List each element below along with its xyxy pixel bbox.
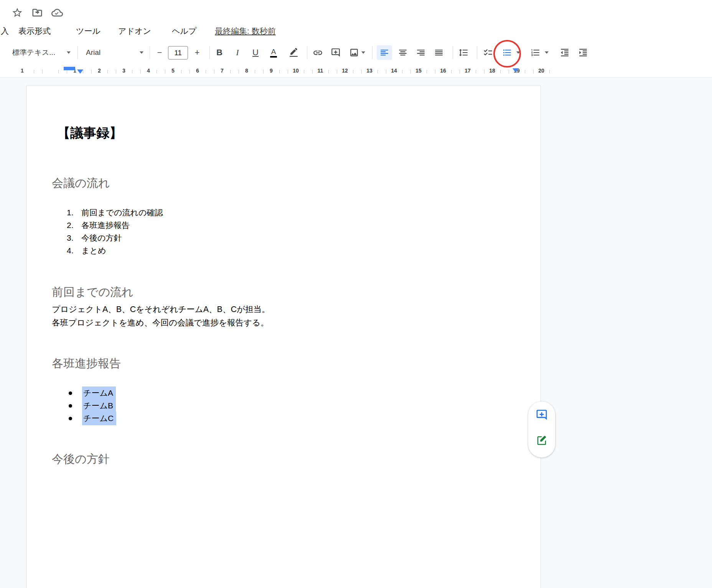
font-size-value: 11: [174, 49, 182, 57]
ruler-number: 14: [391, 68, 397, 74]
checklist-button[interactable]: [480, 45, 496, 60]
ruler-tick: [107, 70, 108, 73]
ruler-number: 9: [270, 68, 273, 74]
document-page[interactable]: 【議事録】 会議の流れ 1.前回までの流れの確認 2.各班進捗報告 3.今後の方…: [26, 86, 541, 588]
checklist-icon: [483, 48, 493, 58]
ruler-tick: [190, 70, 190, 73]
list-marker: 3.: [67, 233, 78, 243]
numbered-list-options-caret[interactable]: [545, 51, 549, 54]
align-right-button[interactable]: [413, 45, 429, 60]
menu-format[interactable]: 表示形式: [18, 26, 51, 36]
insert-link-button[interactable]: [310, 45, 325, 60]
text-color-button[interactable]: A: [266, 45, 281, 60]
suggest-edits-fab-button[interactable]: [533, 432, 550, 449]
ruler-tick: [533, 70, 534, 73]
ruler-tick: [288, 70, 288, 73]
ruler-tick: [239, 70, 239, 73]
paragraph-style-dropdown[interactable]: 標準テキス...: [8, 45, 74, 60]
left-indent-marker[interactable]: [77, 69, 83, 74]
ruler-tick: [410, 70, 411, 73]
increase-font-size-button[interactable]: +: [190, 45, 205, 60]
bold-button[interactable]: B: [212, 45, 227, 60]
font-size-input[interactable]: 11: [168, 46, 188, 59]
cloud-status-icon[interactable]: [51, 6, 64, 19]
add-comment-icon: [331, 48, 341, 58]
menu-help[interactable]: ヘルプ: [172, 26, 196, 36]
toolbar: 標準テキス... Arial − 11 + B I U A: [0, 40, 712, 65]
move-folder-icon[interactable]: [31, 6, 44, 19]
italic-button[interactable]: I: [230, 45, 245, 60]
ruler-tick: [116, 70, 116, 73]
increase-indent-button[interactable]: [575, 45, 591, 60]
chevron-down-icon: [140, 51, 143, 54]
ruler-tick: [377, 70, 378, 73]
star-icon[interactable]: [11, 6, 24, 19]
decrease-font-size-button[interactable]: −: [152, 45, 167, 60]
ruler-tick: [337, 70, 337, 73]
list-marker: 4.: [67, 246, 78, 255]
toolbar-divider: [209, 46, 210, 59]
toolbar-divider: [372, 46, 372, 59]
ruler[interactable]: 1 1234567891011121314151617181920: [0, 65, 712, 78]
ruler-tick: [386, 70, 386, 73]
paragraph-line: 各班プロジェクトを進め、今回の会議で進捗を報告する。: [52, 316, 269, 330]
line-spacing-button[interactable]: [456, 45, 471, 60]
bulleted-list-item: チームB: [69, 399, 116, 413]
selected-text: チームC: [82, 412, 116, 425]
menu-insert-partial[interactable]: 入: [1, 26, 9, 36]
list-text: まとめ: [81, 246, 106, 255]
decrease-indent-icon: [560, 48, 570, 58]
ruler-tick: [361, 70, 362, 73]
font-family-dropdown[interactable]: Arial: [82, 45, 147, 60]
add-comment-button[interactable]: [328, 45, 343, 60]
align-center-icon: [398, 48, 408, 58]
align-justify-button[interactable]: [431, 45, 447, 60]
numbered-list-button[interactable]: [528, 45, 543, 60]
ruler-tick: [230, 70, 231, 73]
bullet-icon: [69, 417, 72, 420]
link-icon: [313, 48, 323, 58]
ruler-tick: [500, 70, 501, 73]
ruler-number: 8: [245, 68, 248, 74]
insert-image-button[interactable]: [346, 45, 362, 60]
ruler-tick: [525, 70, 525, 73]
add-comment-icon: [536, 409, 548, 421]
bulleted-list-button[interactable]: [499, 45, 515, 60]
align-center-button[interactable]: [395, 45, 410, 60]
menubar: 入 表示形式 ツール アドオン ヘルプ 最終編集: 数秒前: [0, 22, 712, 40]
ruler-tick: [157, 70, 157, 73]
ruler-tick: [91, 70, 92, 73]
bulleted-list-icon: [502, 48, 512, 58]
decrease-indent-button[interactable]: [557, 45, 572, 60]
ruler-number: 7: [221, 68, 224, 74]
minus-icon: −: [157, 48, 162, 57]
highlight-color-button[interactable]: [286, 45, 301, 60]
menu-addons[interactable]: アドオン: [118, 26, 151, 36]
bulleted-list-options-caret[interactable]: [516, 51, 520, 54]
increase-indent-icon: [578, 48, 588, 58]
font-family-value: Arial: [86, 48, 101, 57]
ruler-tick: [509, 70, 509, 73]
ruler-tick: [353, 70, 353, 73]
align-left-button[interactable]: [377, 45, 392, 60]
right-indent-marker[interactable]: [513, 68, 519, 73]
underline-button[interactable]: U: [248, 45, 263, 60]
image-options-caret[interactable]: [361, 51, 365, 54]
ruler-tick: [67, 70, 67, 73]
ruler-number: 18: [489, 68, 495, 74]
first-line-indent-marker[interactable]: [64, 67, 75, 70]
toolbar-divider: [150, 46, 150, 59]
bullet-icon: [69, 391, 72, 395]
section-heading-future-policy: 今後の方針: [52, 451, 110, 467]
menu-tools[interactable]: ツール: [76, 26, 101, 36]
add-comment-fab-button[interactable]: [533, 406, 550, 423]
last-edited-link[interactable]: 最終編集: 数秒前: [215, 26, 276, 36]
ruler-number: 6: [196, 68, 199, 74]
section-heading-previous-flow: 前回までの流れ: [52, 284, 134, 300]
align-left-icon: [379, 48, 389, 58]
ruler-number: 20: [538, 68, 544, 74]
align-right-icon: [416, 48, 426, 58]
numbered-list-item: 3.今後の方針: [67, 233, 122, 243]
ruler-number: 17: [465, 68, 471, 74]
ruler-tick: [58, 70, 59, 73]
